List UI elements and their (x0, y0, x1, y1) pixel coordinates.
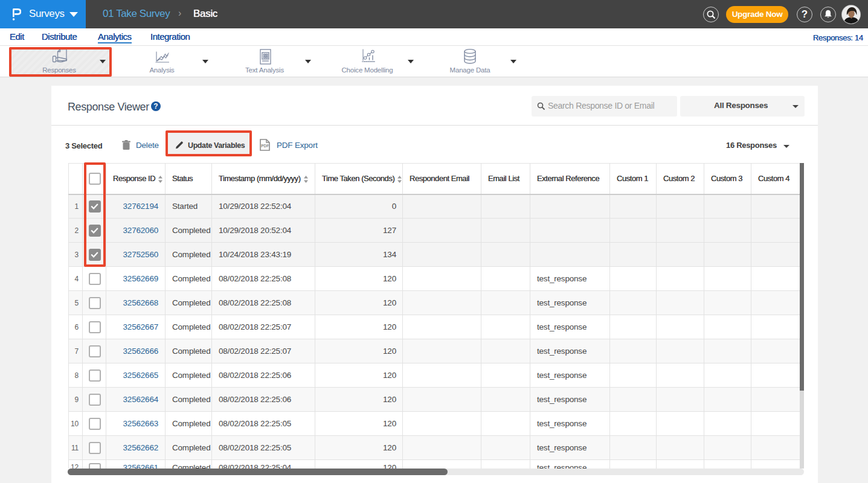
svg-text:PDF: PDF (261, 144, 269, 148)
